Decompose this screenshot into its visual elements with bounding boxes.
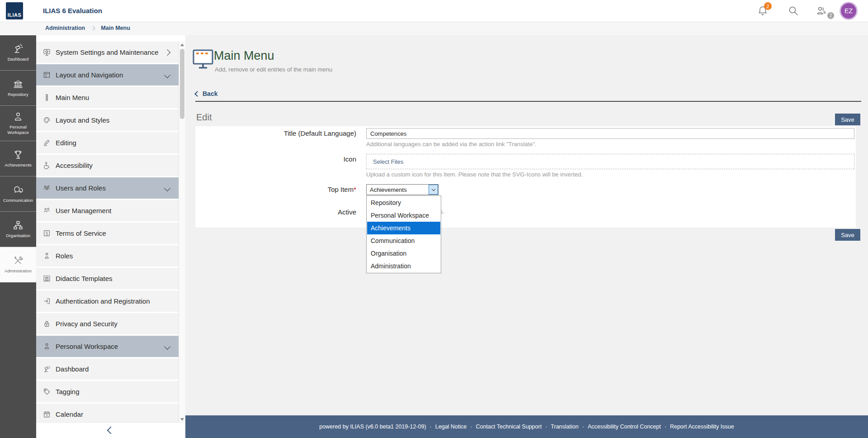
sidebar-item-label: Main Menu bbox=[56, 94, 89, 101]
rail-item-organisation[interactable]: Organisation bbox=[0, 212, 36, 247]
avatar-initials: EZ bbox=[844, 7, 853, 14]
option-repository[interactable]: Repository bbox=[367, 196, 440, 209]
ilias-logo[interactable]: ILIAS bbox=[6, 2, 23, 19]
search-icon[interactable] bbox=[788, 5, 799, 17]
select-dropdown-button[interactable] bbox=[429, 185, 438, 195]
org-chart-icon bbox=[13, 220, 24, 231]
breadcrumb-separator-icon bbox=[91, 26, 95, 30]
chat-bubbles-icon bbox=[13, 185, 24, 195]
option-personal-workspace[interactable]: Personal Workspace bbox=[367, 209, 440, 222]
main-content: Main Menu Add, remove or edit entries of… bbox=[185, 35, 868, 415]
sidebar-item-label: System Settings and Maintenance bbox=[56, 48, 159, 56]
notifications-count-badge: 2 bbox=[764, 2, 772, 10]
sidebar-item-label: Personal Workspace bbox=[56, 343, 118, 350]
sidebar-item-users-and-roles[interactable]: Users and Roles bbox=[36, 177, 179, 199]
option-achievements[interactable]: Achievements bbox=[367, 222, 440, 234]
sidebar-item-layout-and-styles[interactable]: Layout and Styles bbox=[36, 110, 179, 131]
rail-item-dashboard[interactable]: Dashboard bbox=[0, 35, 36, 71]
rail-item-personal-workspace[interactable]: Personal Workspace bbox=[0, 106, 36, 141]
breadcrumb-main-menu[interactable]: Main Menu bbox=[101, 25, 130, 31]
select-files-button[interactable]: Select Files bbox=[373, 158, 403, 165]
page-subtitle: Add, remove or edit entries of the main … bbox=[215, 66, 332, 73]
scrollbar-up-arrow[interactable] bbox=[180, 43, 184, 46]
sidebar-item-system-settings[interactable]: System Settings and Maintenance bbox=[36, 42, 179, 63]
person-icon bbox=[13, 111, 24, 122]
lock-icon bbox=[42, 320, 51, 328]
top-item-label-text: Top Item bbox=[328, 186, 354, 193]
trophy-icon bbox=[13, 149, 24, 160]
user-pair-icon bbox=[42, 207, 51, 214]
rail-label: Achievements bbox=[5, 162, 32, 168]
sidebar-item-label: User Management bbox=[56, 207, 111, 214]
user-avatar[interactable]: EZ bbox=[840, 2, 858, 20]
file-dropzone[interactable]: Select Files bbox=[366, 154, 854, 169]
sidebar-item-label: Privacy and Security bbox=[56, 320, 118, 328]
login-arrow-icon bbox=[42, 297, 51, 305]
admin-sidebar: System Settings and Maintenance Layout a… bbox=[36, 35, 185, 438]
sidebar-item-personal-workspace[interactable]: Personal Workspace bbox=[36, 336, 179, 357]
breadcrumb-administration[interactable]: Administration bbox=[45, 25, 85, 31]
footer-link-legal-notice[interactable]: Legal Notice bbox=[435, 424, 467, 430]
sidebar-item-label: Users and Roles bbox=[56, 184, 106, 192]
footer-link-accessibility-concept[interactable]: Accessibility Control Concept bbox=[588, 424, 661, 430]
top-item-select-wrap: Achievements Repository Personal Workspa… bbox=[366, 184, 439, 195]
tools-icon bbox=[13, 255, 24, 266]
sidebar-scroll-area: System Settings and Maintenance Layout a… bbox=[36, 42, 185, 423]
rail-item-administration[interactable]: Administration bbox=[0, 247, 36, 282]
users-group-icon bbox=[42, 184, 51, 192]
dashboard-lamp-icon bbox=[13, 43, 24, 54]
sidebar-item-tagging[interactable]: Tagging bbox=[36, 381, 179, 402]
sidebar-collapse-button[interactable] bbox=[36, 422, 185, 438]
paragraph-glyph: § bbox=[45, 231, 47, 236]
who-is-online-count-badge: 2 bbox=[827, 12, 834, 19]
footer-separator: · bbox=[430, 424, 432, 430]
option-communication[interactable]: Communication bbox=[367, 234, 440, 247]
option-administration[interactable]: Administration bbox=[367, 260, 440, 272]
save-button-top[interactable]: Save bbox=[835, 114, 860, 125]
palette-icon bbox=[42, 116, 51, 124]
option-organisation[interactable]: Organisation bbox=[367, 247, 440, 260]
chevron-left-icon bbox=[107, 427, 115, 434]
footer-link-translation[interactable]: Translation bbox=[551, 424, 578, 430]
rail-item-communication[interactable]: Communication bbox=[0, 176, 36, 212]
sidebar-item-authentication[interactable]: Authentication and Registration bbox=[36, 290, 179, 312]
sidebar-item-main-menu[interactable]: Main Menu bbox=[36, 87, 179, 108]
scrollbar-thumb[interactable] bbox=[180, 49, 184, 119]
back-link[interactable]: Back bbox=[195, 90, 217, 97]
sidebar-item-roles[interactable]: Roles bbox=[36, 245, 179, 267]
menu-list-icon bbox=[42, 94, 51, 101]
rail-label: Communication bbox=[3, 198, 33, 203]
rail-label: Personal Workspace bbox=[2, 124, 34, 135]
footer-link-report-accessibility[interactable]: Report Accessibility Issue bbox=[670, 424, 734, 430]
top-item-select[interactable]: Achievements bbox=[366, 184, 439, 195]
sidebar-item-terms-of-service[interactable]: § Terms of Service bbox=[36, 223, 179, 244]
chevron-down-icon bbox=[164, 185, 170, 191]
sidebar-item-editing[interactable]: Editing bbox=[36, 132, 179, 153]
page-title: Main Menu bbox=[214, 49, 274, 63]
title-input[interactable] bbox=[366, 128, 854, 139]
title-field-hint: Additional languages can be added via th… bbox=[366, 141, 856, 148]
sidebar-item-accessibility[interactable]: Accessibility bbox=[36, 155, 179, 176]
scrollbar-down-arrow[interactable] bbox=[180, 418, 184, 421]
save-button-bottom[interactable]: Save bbox=[835, 229, 860, 241]
sidebar-item-calendar[interactable]: 6 Calendar bbox=[36, 404, 179, 423]
sidebar-item-label: Layout and Navigation bbox=[56, 71, 123, 79]
sidebar-item-user-management[interactable]: User Management bbox=[36, 200, 179, 221]
sidebar-item-didactic-templates[interactable]: Didactic Templates bbox=[36, 268, 179, 289]
role-person-icon bbox=[42, 252, 51, 260]
sidebar-item-label: Didactic Templates bbox=[56, 275, 113, 282]
rail-label: Organisation bbox=[6, 233, 30, 238]
form-row-active: Active s. bbox=[195, 207, 856, 216]
breadcrumb: Administration Main Menu bbox=[45, 25, 130, 31]
sidebar-item-layout-and-navigation[interactable]: Layout and Navigation bbox=[36, 64, 179, 86]
sidebar-item-dashboard[interactable]: Dashboard bbox=[36, 358, 179, 380]
calendar-day-glyph: 6 bbox=[46, 414, 47, 417]
chevron-right-icon bbox=[164, 49, 170, 55]
rail-item-repository[interactable]: Repository bbox=[0, 71, 36, 106]
active-field-label: Active bbox=[195, 207, 366, 216]
who-is-online-icon[interactable] bbox=[816, 5, 827, 17]
back-label: Back bbox=[203, 90, 217, 97]
footer-link-contact-support[interactable]: Contact Technical Support bbox=[476, 424, 542, 430]
rail-item-achievements[interactable]: Achievements bbox=[0, 141, 36, 176]
sidebar-item-privacy-security[interactable]: Privacy and Security bbox=[36, 313, 179, 334]
